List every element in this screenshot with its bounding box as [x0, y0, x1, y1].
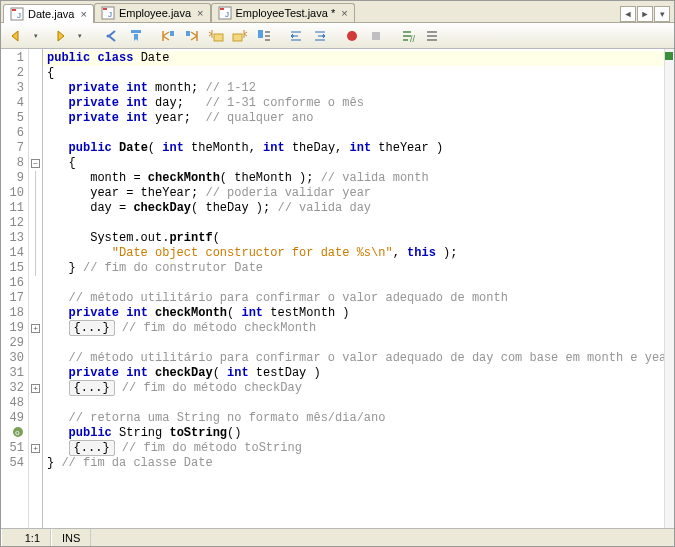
- code-line[interactable]: public class Date: [43, 51, 664, 66]
- line-number[interactable]: 19: [1, 321, 28, 336]
- line-number[interactable]: 3: [1, 81, 28, 96]
- cursor-position[interactable]: 1:1: [1, 529, 51, 546]
- close-tab-icon[interactable]: ×: [339, 7, 349, 19]
- fold-gutter-empty: [29, 351, 42, 366]
- next-bookmark-folder-icon[interactable]: [229, 25, 251, 47]
- line-number[interactable]: 18: [1, 306, 28, 321]
- back-icon[interactable]: [5, 25, 27, 47]
- line-number[interactable]: 10: [1, 186, 28, 201]
- code-line[interactable]: [43, 126, 664, 141]
- fold-expand-icon[interactable]: +: [29, 381, 42, 396]
- code-line[interactable]: {...} // fim do método checkDay: [43, 381, 664, 396]
- code-line[interactable]: [43, 216, 664, 231]
- prev-bookmark-folder-icon[interactable]: [205, 25, 227, 47]
- code-line[interactable]: private int checkDay( int testDay ): [43, 366, 664, 381]
- line-number[interactable]: 8: [1, 156, 28, 171]
- line-number[interactable]: 14: [1, 246, 28, 261]
- svg-text:J: J: [108, 10, 112, 19]
- code-line[interactable]: year = theYear; // poderia validar year: [43, 186, 664, 201]
- code-line[interactable]: private int checkMonth( int testMonth ): [43, 306, 664, 321]
- code-line[interactable]: // retorna uma String no formato mês/dia…: [43, 411, 664, 426]
- start-macro-icon[interactable]: [341, 25, 363, 47]
- forward-icon[interactable]: [49, 25, 71, 47]
- code-line[interactable]: day = checkDay( theDay ); // valida day: [43, 201, 664, 216]
- close-tab-icon[interactable]: ×: [78, 8, 88, 20]
- svg-rect-10: [131, 30, 141, 33]
- stop-macro-icon[interactable]: [365, 25, 387, 47]
- svg-text://: //: [410, 34, 416, 44]
- svg-rect-1: [12, 9, 16, 11]
- tab-date-java[interactable]: J Date.java ×: [3, 4, 94, 23]
- tab-employeetest-java--[interactable]: J EmployeeTest.java * ×: [211, 3, 355, 22]
- code-line[interactable]: {: [43, 66, 664, 81]
- code-line[interactable]: public Date( int theMonth, int theDay, i…: [43, 141, 664, 156]
- scroll-tabs-right-button[interactable]: ►: [637, 6, 653, 22]
- fold-collapse-icon[interactable]: −: [29, 156, 42, 171]
- bookmark-list-icon[interactable]: [253, 25, 275, 47]
- line-number[interactable]: 13: [1, 231, 28, 246]
- line-number[interactable]: 51: [1, 441, 28, 456]
- forward-history-dropdown[interactable]: ▾: [69, 25, 91, 47]
- close-tab-icon[interactable]: ×: [195, 7, 205, 19]
- line-number[interactable]: 32: [1, 381, 28, 396]
- code-line[interactable]: // método utilitário para confirmar o va…: [43, 291, 664, 306]
- comment-icon[interactable]: //: [397, 25, 419, 47]
- line-number[interactable]: 2: [1, 66, 28, 81]
- code-line[interactable]: } // fim do construtor Date: [43, 261, 664, 276]
- shift-right-icon[interactable]: [309, 25, 331, 47]
- status-bar: 1:1 INS: [1, 528, 674, 546]
- code-line[interactable]: // método utilitário para confirmar o va…: [43, 351, 664, 366]
- next-bookmark-icon[interactable]: [181, 25, 203, 47]
- java-file-icon: J: [101, 6, 115, 20]
- fold-gutter-empty: [29, 366, 42, 381]
- line-number[interactable]: 54: [1, 456, 28, 471]
- shift-left-icon[interactable]: [285, 25, 307, 47]
- override-marker-icon[interactable]: o: [1, 426, 28, 441]
- error-stripe[interactable]: [664, 49, 674, 528]
- line-number[interactable]: 11: [1, 201, 28, 216]
- line-number[interactable]: 30: [1, 351, 28, 366]
- code-line[interactable]: "Date object constructor for date %s\n",…: [43, 246, 664, 261]
- code-line[interactable]: {: [43, 156, 664, 171]
- code-line[interactable]: [43, 396, 664, 411]
- line-number[interactable]: 48: [1, 396, 28, 411]
- code-line[interactable]: public String toString(): [43, 426, 664, 441]
- code-line[interactable]: month = checkMonth( theMonth ); // valid…: [43, 171, 664, 186]
- scroll-tabs-left-button[interactable]: ◄: [620, 6, 636, 22]
- code-line[interactable]: {...} // fim do método checkMonth: [43, 321, 664, 336]
- line-number[interactable]: 4: [1, 96, 28, 111]
- code-line[interactable]: [43, 276, 664, 291]
- code-line[interactable]: private int day; // 1-31 conforme o mês: [43, 96, 664, 111]
- line-number[interactable]: 49: [1, 411, 28, 426]
- line-number[interactable]: 7: [1, 141, 28, 156]
- insert-mode[interactable]: INS: [51, 529, 91, 546]
- code-editor[interactable]: public class Date{ private int month; //…: [43, 49, 664, 528]
- code-line[interactable]: {...} // fim do método toString: [43, 441, 664, 456]
- line-number[interactable]: 6: [1, 126, 28, 141]
- code-line[interactable]: } // fim da classe Date: [43, 456, 664, 471]
- code-line[interactable]: System.out.printf(: [43, 231, 664, 246]
- toggle-bookmark-icon[interactable]: [125, 25, 147, 47]
- line-number[interactable]: 31: [1, 366, 28, 381]
- fold-expand-icon[interactable]: +: [29, 321, 42, 336]
- fold-gutter-empty: [29, 396, 42, 411]
- code-line[interactable]: [43, 336, 664, 351]
- tab-list-dropdown[interactable]: ▾: [654, 6, 670, 22]
- uncomment-icon[interactable]: [421, 25, 443, 47]
- tab-employee-java[interactable]: J Employee.java ×: [94, 3, 211, 22]
- code-line[interactable]: private int month; // 1-12: [43, 81, 664, 96]
- fold-expand-icon[interactable]: +: [29, 441, 42, 456]
- line-number[interactable]: 1: [1, 51, 28, 66]
- editor-toolbar: ▾▾//: [1, 23, 674, 49]
- line-number[interactable]: 9: [1, 171, 28, 186]
- code-line[interactable]: private int year; // qualquer ano: [43, 111, 664, 126]
- line-number[interactable]: 5: [1, 111, 28, 126]
- line-number[interactable]: 29: [1, 336, 28, 351]
- back-history-dropdown[interactable]: ▾: [25, 25, 47, 47]
- last-edit-icon[interactable]: [101, 25, 123, 47]
- line-number[interactable]: 17: [1, 291, 28, 306]
- line-number[interactable]: 12: [1, 216, 28, 231]
- line-number[interactable]: 15: [1, 261, 28, 276]
- prev-bookmark-icon[interactable]: [157, 25, 179, 47]
- line-number[interactable]: 16: [1, 276, 28, 291]
